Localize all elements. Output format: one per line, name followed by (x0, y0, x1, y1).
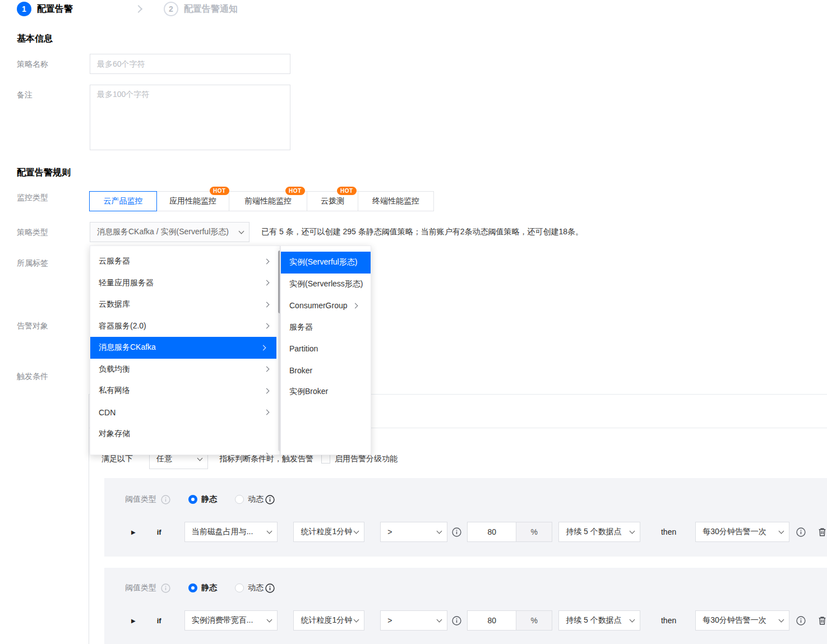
metric-select-value: 实例消费带宽百... (192, 615, 253, 626)
dynamic-radio[interactable] (235, 583, 244, 592)
step-2-label: 配置告警通知 (184, 3, 238, 15)
threshold-type-row: 阈值类型 静态 动态 (125, 493, 275, 506)
submenu-item-label: 实例(Serverless形态) (289, 279, 363, 289)
info-icon[interactable] (161, 495, 170, 504)
alarm-policy-page: 1 配置告警 2 配置告警通知 基本信息 策略名称 备注 配置告警规则 监控类型… (0, 0, 827, 644)
menu-item-cdn[interactable]: CDN (90, 402, 280, 424)
hot-badge: HOT (210, 187, 229, 195)
menu-item-lighthouse[interactable]: 轻量应用服务器 (90, 272, 280, 294)
then-label: then (661, 616, 676, 625)
tab-terminal-monitor[interactable]: 终端性能监控 (358, 191, 434, 211)
operator-select-value: > (387, 616, 392, 625)
metric-select-value: 当前磁盘占用与... (192, 527, 253, 537)
chevron-down-icon (239, 229, 244, 234)
metric-select[interactable]: 实例消费带宽百... (184, 610, 278, 631)
info-icon[interactable] (796, 616, 806, 626)
info-icon[interactable] (265, 583, 275, 593)
chevron-down-icon (437, 617, 442, 623)
submenu-item-partition[interactable]: Partition (281, 338, 371, 360)
condition-any-select-value: 任意 (156, 454, 172, 464)
policy-type-select[interactable]: 消息服务CKafka / 实例(Serverful形态) (90, 222, 250, 242)
rules-heading: 配置告警规则 (17, 167, 71, 179)
condition-prefix: 满足以下 (101, 454, 133, 464)
threshold-value-input[interactable] (467, 610, 516, 631)
chevron-down-icon (267, 529, 272, 534)
grading-checkbox[interactable] (321, 455, 330, 464)
policy-type-hint: 已有 5 条，还可以创建 295 条静态阈值策略；当前账户有2条动态阈值策略，还… (261, 227, 583, 237)
menu-item-clipped[interactable] (90, 445, 280, 456)
if-label: if (157, 528, 161, 536)
menu-item-tke[interactable]: 容器服务(2.0) (90, 316, 280, 337)
duration-select[interactable]: 持续 5 个数据点 (558, 522, 640, 542)
submenu-item-broker[interactable]: Broker (281, 360, 371, 382)
chevron-right-icon (264, 367, 270, 372)
info-icon[interactable] (796, 527, 806, 537)
chevron-right-icon (264, 388, 270, 393)
alarm-object-label: 告警对象 (17, 321, 48, 331)
operator-select[interactable]: > (380, 610, 447, 631)
tag-label: 所属标签 (17, 258, 48, 268)
chevron-right-icon (264, 302, 270, 307)
granularity-select[interactable]: 统计粒度1分钟 (293, 522, 364, 542)
menu-item-label: 轻量应用服务器 (99, 278, 154, 288)
threshold-value-input[interactable] (467, 522, 516, 542)
trigger-condition-label: 触发条件 (17, 372, 48, 382)
submenu-item-server[interactable]: 服务器 (281, 317, 371, 339)
menu-item-label: CDN (99, 408, 115, 417)
step-1-label: 配置告警 (37, 3, 73, 15)
menu-item-clb[interactable]: 负载均衡 (90, 359, 280, 381)
menu-item-cvm[interactable]: 云服务器 (90, 251, 280, 272)
info-icon[interactable] (452, 616, 461, 626)
menu-item-cos[interactable]: 对象存储 (90, 423, 280, 445)
info-icon[interactable] (161, 583, 170, 593)
submenu-item-instance-broker[interactable]: 实例Broker (281, 381, 371, 403)
step-separator-icon (135, 5, 142, 13)
remark-textarea[interactable] (90, 85, 290, 150)
threshold-type-label: 阈值类型 (125, 583, 156, 593)
chevron-down-icon (267, 617, 272, 623)
operator-select[interactable]: > (380, 522, 447, 542)
submenu-item-label: Broker (289, 366, 312, 375)
policy-type-select-value: 消息服务CKafka / 实例(Serverful形态) (97, 227, 229, 237)
expand-triangle-icon[interactable]: ▶ (131, 618, 136, 624)
chevron-right-icon (264, 258, 270, 264)
info-icon[interactable] (452, 527, 461, 537)
condition-suffix: 指标判断条件时，触发告警 (219, 454, 313, 464)
submenu-item-label: Partition (289, 344, 318, 353)
operator-select-value: > (387, 527, 392, 536)
frequency-select[interactable]: 每30分钟告警一次 (695, 610, 789, 631)
threshold-type-row: 阈值类型 静态 动态 (125, 582, 275, 594)
basic-info-heading: 基本信息 (17, 33, 53, 45)
duration-select-value: 持续 5 个数据点 (566, 527, 622, 537)
metric-select[interactable]: 当前磁盘占用与... (184, 522, 278, 542)
policy-name-input[interactable] (90, 54, 290, 74)
delete-rule-button[interactable] (817, 615, 827, 626)
step-indicator: 1 配置告警 2 配置告警通知 (17, 2, 238, 16)
menu-item-ckafka[interactable]: 消息服务CKafka (90, 337, 276, 359)
then-label: then (661, 527, 676, 536)
menu-item-vpc[interactable]: 私有网络 (90, 380, 280, 402)
static-radio[interactable] (188, 495, 197, 504)
duration-select[interactable]: 持续 5 个数据点 (558, 610, 640, 631)
menu-item-label: 容器服务(2.0) (99, 321, 146, 331)
submenu-item-consumergroup[interactable]: ConsumerGroup (281, 295, 371, 317)
granularity-select[interactable]: 统计粒度1分钟 (293, 610, 364, 631)
frequency-select-value: 每30分钟告警一次 (703, 527, 766, 537)
chevron-right-icon (264, 410, 270, 415)
hot-badge: HOT (285, 187, 305, 195)
delete-rule-button[interactable] (817, 527, 827, 537)
submenu-item-serverful[interactable]: 实例(Serverful形态) (281, 252, 371, 274)
static-radio-label: 静态 (201, 494, 217, 504)
threshold-type-label: 阈值类型 (125, 494, 156, 504)
remark-label: 备注 (17, 90, 33, 100)
menu-item-clouddb[interactable]: 云数据库 (90, 294, 280, 316)
info-icon[interactable] (265, 495, 275, 504)
granularity-select-value: 统计粒度1分钟 (301, 527, 352, 537)
dynamic-radio[interactable] (235, 495, 244, 504)
frequency-select[interactable]: 每30分钟告警一次 (695, 522, 789, 542)
submenu-item-serverless[interactable]: 实例(Serverless形态) (281, 274, 371, 295)
static-radio[interactable] (188, 583, 197, 592)
submenu-item-label: 实例(Serverful形态) (289, 257, 357, 267)
expand-triangle-icon[interactable]: ▶ (131, 529, 136, 535)
tab-cloud-product-monitor[interactable]: 云产品监控 (89, 191, 157, 211)
